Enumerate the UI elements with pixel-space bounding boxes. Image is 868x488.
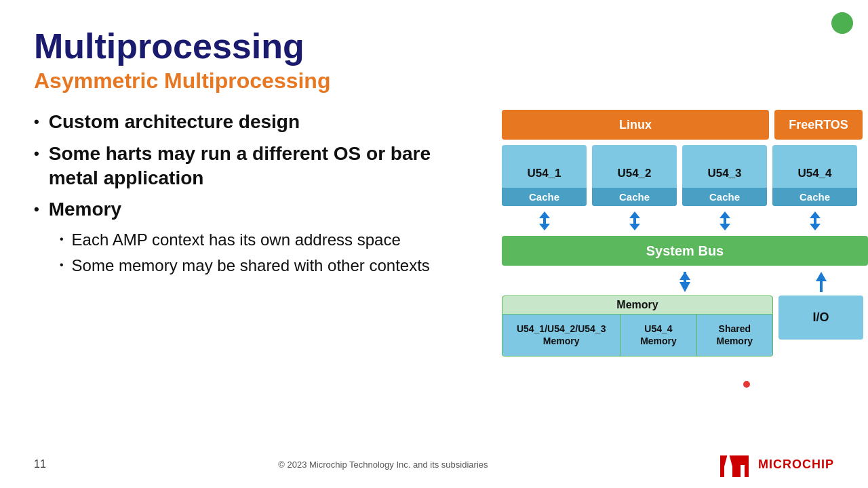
cpu-u54-3: U54_3 Cache [682,145,767,206]
microchip-logo-text: MICROCHIP [758,458,834,472]
svg-rect-22 [736,455,741,477]
svg-rect-5 [633,218,636,224]
linux-bar: Linux [502,110,769,140]
cpu-u54-1: U54_1 Cache [502,145,587,206]
svg-marker-10 [810,211,821,218]
cache-bar-2: Cache [592,188,677,206]
svg-marker-13 [679,282,690,292]
arrow-3 [682,211,767,230]
svg-marker-6 [629,224,640,230]
double-arrow-icon [717,211,733,230]
svg-rect-24 [741,455,745,465]
bullet-dot: • [34,144,39,164]
svg-marker-16 [816,272,827,281]
cpu-u54-2: U54_2 Cache [592,145,677,206]
content-area: • Custom architecture design • Some hart… [34,110,834,356]
memory-section: Memory U54_1/U54_2/U54_3Memory U54_4Memo… [502,296,773,356]
io-block: I/O [778,296,863,340]
svg-marker-12 [810,224,821,230]
arrow-2 [592,211,677,230]
svg-rect-3 [543,218,546,224]
bullet-3: • Memory [34,197,481,222]
sub-dot: • [60,258,64,272]
svg-marker-0 [539,211,550,218]
slide-subtitle: Asymmetric Multiprocessing [34,68,834,94]
mem-block-3: SharedMemory [697,314,772,355]
up-arrow-icon [813,272,829,292]
svg-marker-7 [719,211,730,218]
sub-dot: • [60,232,64,247]
sub-bullet-2: • Some memory may be shared with other c… [60,255,481,277]
arrow-1 [502,211,587,230]
bullet-3-text: Memory [49,197,121,222]
double-arrow-icon [536,211,553,230]
svg-marker-4 [629,211,640,218]
double-arrow-icon [627,211,643,230]
page-number: 11 [34,458,46,470]
double-arrow-icon [807,211,823,230]
diagram-section: Linux FreeRTOS U54_1 Cache U54_2 Cache [502,110,868,356]
svg-rect-17 [820,281,823,292]
green-indicator [831,12,853,34]
down-arrow-icon [677,272,693,292]
bullet-2: • Some harts may run a different OS or b… [34,142,481,191]
cache-bar-3: Cache [682,188,767,206]
bus-arrow-row [502,271,868,293]
cache-bar-4: Cache [772,188,857,206]
slide: Multiprocessing Asymmetric Multiprocessi… [0,0,868,488]
svg-marker-9 [719,224,730,230]
svg-marker-15 [679,272,690,280]
bullet-1-text: Custom architecture design [49,110,300,134]
spacer [502,272,773,292]
os-row: Linux FreeRTOS [502,110,868,140]
mem-block-1: U54_1/U54_2/U54_3Memory [502,314,620,355]
mem-block-2: U54_4Memory [620,314,696,355]
memory-header: Memory [502,296,773,314]
text-section: • Custom architecture design • Some hart… [34,110,481,283]
sub-bullet-1: • Each AMP context has its own address s… [60,229,481,251]
slide-title: Multiprocessing [34,27,834,66]
sub-bullet-2-text: Some memory may be shared with other con… [72,255,430,277]
red-indicator [743,381,750,388]
bullet-dot: • [34,113,39,132]
copyright-text: © 2023 Microchip Technology Inc. and its… [278,460,488,470]
cpu-row: U54_1 Cache U54_2 Cache U54_3 Cache U54_… [502,145,868,206]
svg-marker-2 [539,224,550,230]
svg-rect-11 [814,218,816,224]
freertos-bar: FreeRTOS [774,110,863,140]
svg-rect-23 [745,455,749,477]
arrow-4 [772,211,857,230]
svg-rect-8 [724,218,726,224]
system-bus: System Bus [502,236,868,266]
microchip-logo-icon [720,451,753,477]
memory-blocks: U54_1/U54_2/U54_3Memory U54_4Memory Shar… [502,314,773,356]
bottom-row: Memory U54_1/U54_2/U54_3Memory U54_4Memo… [502,296,868,356]
cpu-u54-4: U54_4 Cache [772,145,857,206]
footer: 11 © 2023 Microchip Technology Inc. and … [0,451,868,477]
bullet-1: • Custom architecture design [34,110,481,134]
io-section: I/O [778,296,863,340]
sub-bullet-1-text: Each AMP context has its own address spa… [72,229,401,251]
bullet-2-text: Some harts may run a different OS or bar… [49,142,481,191]
cache-bar-1: Cache [502,188,587,206]
diagram: Linux FreeRTOS U54_1 Cache U54_2 Cache [502,110,868,356]
sub-bullets: • Each AMP context has its own address s… [34,229,481,277]
io-arrow-up [778,272,863,292]
arrows-row [502,211,868,230]
microchip-logo: MICROCHIP [720,451,834,477]
bullet-dot: • [34,200,39,220]
